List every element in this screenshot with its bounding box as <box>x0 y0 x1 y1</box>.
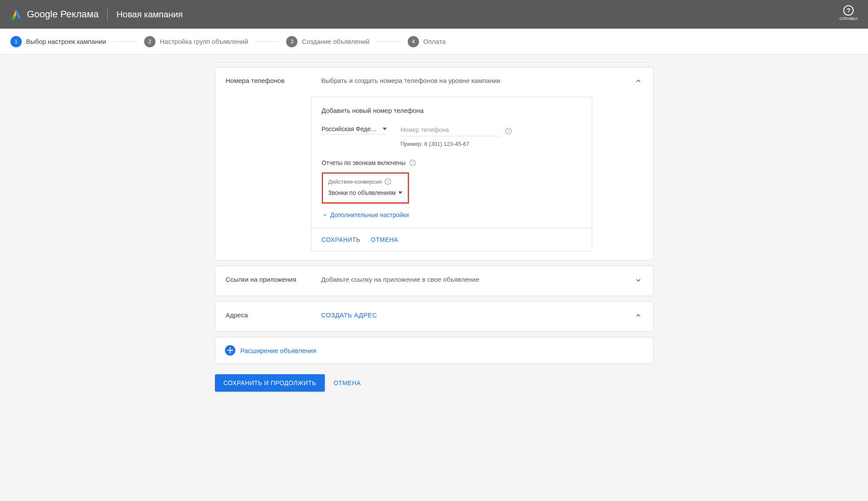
card-title: Добавить новый номер телефона <box>322 107 581 114</box>
step-number: 1 <box>10 36 22 47</box>
ad-extension-panel: Расширение объявления <box>215 337 653 364</box>
step-number: 4 <box>408 36 419 47</box>
svg-text:?: ? <box>387 179 389 184</box>
plus-icon <box>227 347 233 353</box>
step-1[interactable]: 1 Выбор настроек кампании <box>10 36 106 47</box>
form-footer: СОХРАНИТЬ И ПРОДОЛЖИТЬ ОТМЕНА <box>215 374 653 392</box>
divider <box>107 8 108 21</box>
page-subtitle: Новая кампания <box>116 10 183 20</box>
step-label: Оплата <box>423 38 446 45</box>
dropdown-icon <box>398 191 403 194</box>
phone-hint: Пример: 8 (301) 123-45-67 <box>401 141 581 147</box>
stepper: 1 Выбор настроек кампании 2 Настройка гр… <box>0 29 868 55</box>
product-name: Google Реклама <box>27 9 99 20</box>
panel-title: Адреса <box>226 311 304 319</box>
country-select[interactable]: Российская Федер… <box>322 125 387 135</box>
step-number: 3 <box>286 36 297 47</box>
help-icon[interactable]: ? <box>384 178 391 185</box>
panel-description: Выбрать и создать номера телефонов на ур… <box>321 77 617 84</box>
country-value: Российская Федер… <box>322 125 380 132</box>
logo: Google Реклама <box>10 8 99 20</box>
main-content: Номера телефонов Выбрать и создать номер… <box>215 55 653 405</box>
collapse-button[interactable] <box>634 311 643 322</box>
chevron-down-icon <box>322 212 328 218</box>
advanced-settings-link[interactable]: Дополнительные настройки <box>322 211 581 218</box>
advanced-label: Дополнительные настройки <box>330 211 409 218</box>
google-ads-icon <box>10 8 23 20</box>
step-label: Создание объявлений <box>302 38 370 45</box>
phone-input[interactable] <box>401 125 501 136</box>
chevron-up-icon <box>634 77 643 86</box>
chevron-up-icon <box>634 311 643 320</box>
expand-button[interactable] <box>634 276 643 286</box>
reports-label: Отчеты по звонкам включены <box>322 159 406 166</box>
call-reports-row: Отчеты по звонкам включены ? <box>322 159 581 166</box>
cancel-button[interactable]: ОТМЕНА <box>333 379 361 386</box>
step-label: Настройка групп объявлений <box>160 38 248 45</box>
conversion-value: Звонки по объявлениям <box>328 189 396 196</box>
app-links-panel[interactable]: Ссылки на приложения Добавьте ссылку на … <box>215 266 653 296</box>
conversion-select[interactable]: Звонки по объявлениям <box>328 189 403 196</box>
panel-title: Ссылки на приложения <box>226 276 304 283</box>
panel-title: Номера телефонов <box>226 77 304 84</box>
add-phone-card: Добавить новый номер телефона Российская… <box>311 97 592 251</box>
panel-description: Добавьте ссылку на приложение в свое объ… <box>321 276 617 283</box>
step-2[interactable]: 2 Настройка групп объявлений <box>144 36 248 47</box>
phone-numbers-panel: Номера телефонов Выбрать и создать номер… <box>215 67 653 260</box>
collapse-button[interactable] <box>634 77 643 87</box>
svg-point-0 <box>12 16 15 20</box>
help-icon[interactable]: ? <box>505 128 512 135</box>
step-number: 2 <box>144 36 155 47</box>
add-extension-label[interactable]: Расширение объявления <box>241 347 317 354</box>
dropdown-icon <box>383 128 387 130</box>
svg-text:?: ? <box>507 129 509 133</box>
addresses-panel: Адреса СОЗДАТЬ АДРЕС <box>215 301 653 332</box>
conversion-label: Действие-конверсия ? <box>328 178 403 185</box>
save-button[interactable]: СОХРАНИТЬ <box>322 236 361 243</box>
conversion-action-highlight: Действие-конверсия ? Звонки по объявлени… <box>322 172 409 204</box>
cancel-button[interactable]: ОТМЕНА <box>371 236 398 243</box>
step-connector <box>113 41 137 42</box>
save-and-continue-button[interactable]: СОХРАНИТЬ И ПРОДОЛЖИТЬ <box>215 374 325 392</box>
card-footer: СОХРАНИТЬ ОТМЕНА <box>311 228 592 251</box>
create-address-button[interactable]: СОЗДАТЬ АДРЕС <box>321 311 617 319</box>
step-connector <box>376 41 401 42</box>
help-label: СПРАВКА <box>839 16 858 21</box>
collapsed-panel-sliver <box>215 59 653 62</box>
step-connector <box>255 41 279 42</box>
help-button[interactable]: ? СПРАВКА <box>839 5 858 21</box>
help-icon: ? <box>843 5 854 16</box>
step-4[interactable]: 4 Оплата <box>408 36 446 47</box>
step-label: Выбор настроек кампании <box>26 38 106 45</box>
svg-text:?: ? <box>412 161 414 165</box>
step-3[interactable]: 3 Создание объявлений <box>286 36 370 47</box>
panel-header: Номера телефонов Выбрать и создать номер… <box>215 67 653 97</box>
add-extension-button[interactable] <box>225 345 235 356</box>
help-icon[interactable]: ? <box>409 159 416 166</box>
app-header: Google Реклама Новая кампания ? СПРАВКА <box>0 0 868 29</box>
chevron-down-icon <box>634 276 643 284</box>
